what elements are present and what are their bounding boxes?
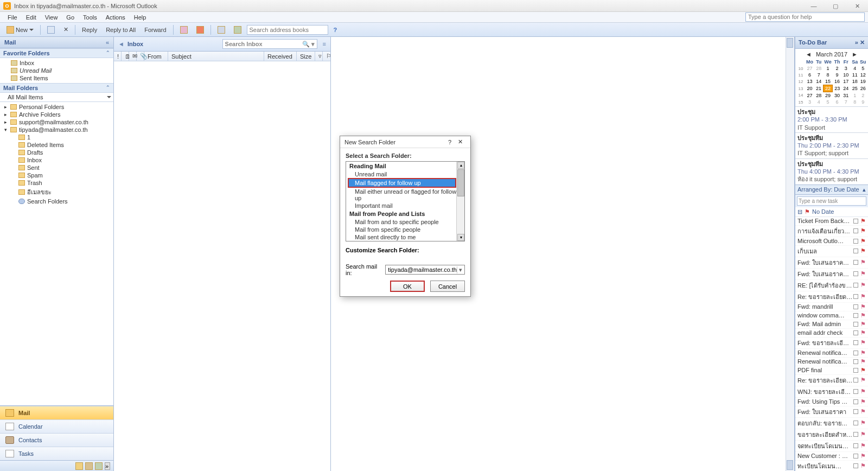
search-folder-option[interactable]: Mail flagged for follow up: [348, 178, 456, 188]
dialog-title: New Search Folder: [344, 139, 395, 145]
search-folder-option[interactable]: Unread mail: [346, 170, 464, 178]
new-search-folder-dialog: New Search Folder ? ✕ Select a Search Fo…: [340, 136, 471, 297]
dialog-close-button[interactable]: ✕: [455, 138, 466, 145]
search-folder-option[interactable]: Mail sent directly to me: [346, 233, 464, 241]
search-folder-option[interactable]: Mail from and to specific people: [346, 218, 464, 226]
category-header: Mail from People and Lists: [346, 209, 464, 218]
search-folder-option[interactable]: Important mail: [346, 202, 464, 209]
cancel-button[interactable]: Cancel: [430, 281, 465, 292]
listbox-scrollbar[interactable]: ▴ ▾: [456, 162, 464, 241]
dialog-titlebar: New Search Folder ? ✕: [340, 136, 470, 148]
search-folder-option[interactable]: Mail either unread or flagged for follow…: [346, 188, 464, 202]
search-folder-option[interactable]: Mail sent to distribution lists: [346, 241, 464, 241]
mailbox-combobox[interactable]: tipyada@mailmaster.co.th▾: [385, 265, 465, 275]
scroll-down-icon[interactable]: ▾: [457, 234, 464, 241]
ok-button[interactable]: OK: [390, 281, 425, 292]
category-header: Reading Mail: [346, 162, 464, 170]
dialog-help-button[interactable]: ?: [445, 139, 455, 145]
modal-backdrop: New Search Folder ? ✕ Select a Search Fo…: [0, 0, 868, 471]
search-folder-option[interactable]: Mail from specific people: [346, 226, 464, 233]
search-folder-listbox[interactable]: Reading MailUnread mailMail flagged for …: [346, 161, 465, 241]
scroll-up-icon[interactable]: ▴: [457, 162, 464, 169]
select-folder-label: Select a Search Folder:: [346, 152, 465, 159]
customize-label: Customize Search Folder:: [346, 247, 465, 253]
scrollbar-thumb[interactable]: [457, 169, 464, 196]
search-mail-in-label: Search mail in:: [346, 263, 382, 276]
